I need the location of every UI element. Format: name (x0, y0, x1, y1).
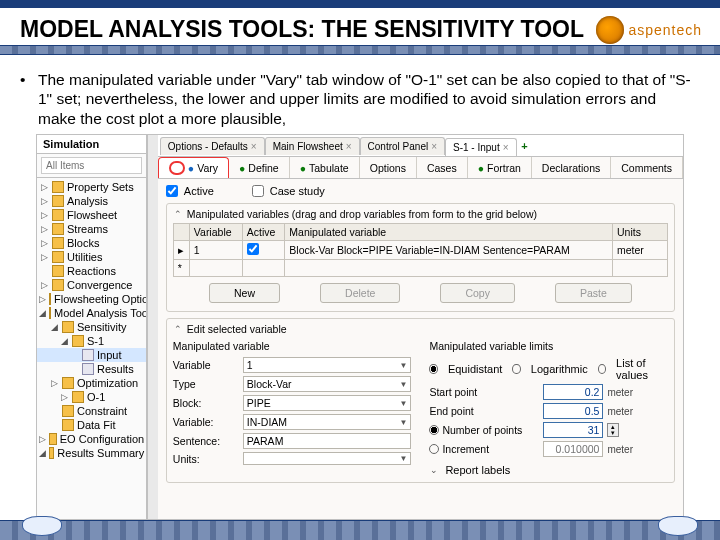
subtab-fortran[interactable]: ●Fortran (468, 157, 532, 178)
tree-label: Blocks (67, 237, 99, 249)
tree-item[interactable]: Input (37, 348, 146, 362)
subtab-cases[interactable]: Cases (417, 157, 468, 178)
tree-label: Property Sets (67, 181, 134, 193)
tree-item[interactable]: ▷Analysis (37, 194, 146, 208)
tree-item[interactable]: ▷Blocks (37, 236, 146, 250)
units-select[interactable]: ▼ (243, 452, 412, 465)
paste-button[interactable]: Paste (555, 283, 632, 303)
tree-label: Results (97, 363, 134, 375)
block-select[interactable]: PIPE▼ (243, 395, 412, 411)
th-manvar: Manipulated variable (285, 224, 613, 241)
tree-twisty-icon[interactable]: ▷ (39, 182, 49, 192)
tree-twisty-icon[interactable]: ▷ (39, 224, 49, 234)
subtab-define[interactable]: ●Define (229, 157, 290, 178)
tree-item[interactable]: ▷Flowsheet (37, 208, 146, 222)
tree-item[interactable]: ▷O-1 (37, 390, 146, 404)
radio-equidistant[interactable] (429, 364, 437, 374)
document-tab[interactable]: Main Flowsheet× (265, 137, 360, 155)
casestudy-checkbox[interactable] (252, 185, 264, 197)
close-icon[interactable]: × (346, 141, 352, 152)
cell-var: 1 (189, 241, 242, 260)
sentence-select[interactable]: PARAM (243, 433, 412, 449)
search-input[interactable] (41, 157, 142, 174)
active-checkbox[interactable] (166, 185, 178, 197)
npts-input[interactable]: 31 (543, 422, 603, 438)
table-row[interactable]: ▸ 1 Block-Var Block=PIPE Variable=IN-DIA… (173, 241, 667, 260)
start-input[interactable]: 0.2 (543, 384, 603, 400)
variable-select[interactable]: 1▼ (243, 357, 412, 373)
collapse-icon[interactable]: ⌃ (173, 209, 183, 219)
nav-tree[interactable]: ▷Property Sets▷Analysis▷Flowsheet▷Stream… (37, 178, 146, 462)
chevron-down-icon[interactable]: ⌄ (429, 465, 439, 475)
new-button[interactable]: New (209, 283, 280, 303)
spin-icon[interactable]: ▴▾ (607, 423, 619, 437)
subtab-tabulate[interactable]: ●Tabulate (290, 157, 360, 178)
app-window: Simulation ▷Property Sets▷Analysis▷Flows… (36, 134, 684, 520)
copy-button[interactable]: Copy (440, 283, 515, 303)
tree-item[interactable]: ◢S-1 (37, 334, 146, 348)
tree-item[interactable]: Results (37, 362, 146, 376)
delete-button[interactable]: Delete (320, 283, 400, 303)
document-tab[interactable]: S-1 - Input× (445, 138, 517, 156)
tree-item[interactable]: ▷Flowsheeting Options (37, 292, 146, 306)
tree-item[interactable]: ◢Sensitivity (37, 320, 146, 334)
tree-twisty-icon[interactable]: ◢ (49, 322, 59, 332)
tree-twisty-icon[interactable]: ▷ (39, 196, 49, 206)
subtab-vary[interactable]: ●Vary (158, 157, 229, 178)
close-icon[interactable]: × (503, 142, 509, 153)
tree-item[interactable]: ◢Results Summary (37, 446, 146, 460)
tree-item[interactable]: ▷Streams (37, 222, 146, 236)
radio-logarithmic[interactable] (512, 364, 520, 374)
collapse-icon[interactable]: ⌃ (173, 324, 183, 334)
row-active-checkbox[interactable] (247, 243, 259, 255)
tree-item[interactable]: Data Fit (37, 418, 146, 432)
tree-twisty-icon[interactable]: ▷ (39, 252, 49, 262)
type-select[interactable]: Block-Var▼ (243, 376, 412, 392)
tree-item[interactable]: Reactions (37, 264, 146, 278)
tree-twisty-icon[interactable]: ▷ (39, 210, 49, 220)
tree-twisty-icon[interactable]: ▷ (49, 378, 59, 388)
tree-twisty-icon[interactable]: ▷ (39, 434, 46, 444)
subtab-options[interactable]: Options (360, 157, 417, 178)
tree-twisty-icon[interactable]: ▷ (39, 280, 49, 290)
sidebar-search[interactable] (37, 154, 146, 178)
inc-input[interactable]: 0.010000 (543, 441, 603, 457)
document-tab[interactable]: Control Panel× (360, 137, 445, 155)
tree-twisty-icon[interactable]: ▷ (39, 294, 46, 304)
subtab-declarations[interactable]: Declarations (532, 157, 611, 178)
close-icon[interactable]: × (251, 141, 257, 152)
tree-item[interactable]: ▷Utilities (37, 250, 146, 264)
tree-item[interactable]: ▷EO Configuration (37, 432, 146, 446)
subtab-comments[interactable]: Comments (611, 157, 683, 178)
table-row-empty[interactable]: * (173, 260, 667, 277)
tree-item[interactable]: Constraint (37, 404, 146, 418)
folder-icon (52, 181, 64, 193)
tree-label: Results Summary (57, 447, 144, 459)
tree-twisty-icon[interactable]: ◢ (39, 308, 46, 318)
check-icon: ● (239, 162, 245, 174)
radio-inc[interactable] (429, 444, 439, 454)
var2-select[interactable]: IN-DIAM▼ (243, 414, 412, 430)
tree-twisty-icon[interactable]: ◢ (39, 448, 46, 458)
tree-item[interactable]: ◢Model Analysis Tools (37, 306, 146, 320)
radio-list[interactable] (598, 364, 606, 374)
lbl-var2: Variable: (173, 416, 237, 428)
tree-twisty-icon[interactable]: ▷ (59, 392, 69, 402)
tree-twisty-icon[interactable]: ◢ (59, 336, 69, 346)
logo-text: aspentech (628, 22, 702, 38)
tree-item[interactable]: ▷Convergence (37, 278, 146, 292)
sidebar-scrollbar[interactable] (147, 135, 158, 519)
close-icon[interactable]: × (431, 141, 437, 152)
folder-icon (49, 307, 51, 319)
add-tab-button[interactable]: + (517, 140, 533, 152)
document-tab[interactable]: Options - Defaults× (160, 137, 265, 155)
tree-twisty-icon[interactable]: ▷ (39, 238, 49, 248)
folder-icon (52, 223, 64, 235)
end-input[interactable]: 0.5 (543, 403, 603, 419)
radio-npts[interactable] (429, 425, 439, 435)
tree-item[interactable]: ▷Property Sets (37, 180, 146, 194)
folder-icon (62, 377, 74, 389)
doc-icon (82, 363, 94, 375)
lbl-end: End point (429, 405, 539, 417)
tree-item[interactable]: ▷Optimization (37, 376, 146, 390)
